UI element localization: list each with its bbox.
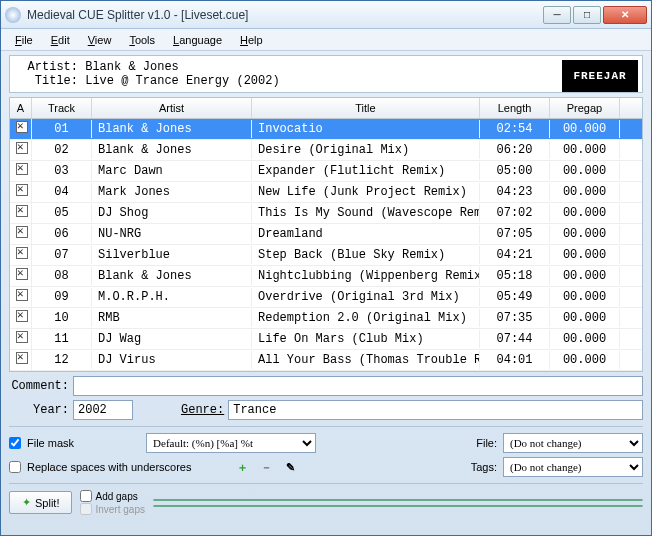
menu-file[interactable]: File [7, 32, 41, 48]
row-checkbox[interactable] [16, 310, 28, 322]
cell-pregap: 00.000 [550, 225, 620, 243]
menubar: File Edit View Tools Language Help [1, 29, 651, 51]
cell-length: 04:01 [480, 351, 550, 369]
table-row[interactable]: 04Mark JonesNew Life (Junk Project Remix… [10, 182, 642, 203]
row-checkbox[interactable] [16, 121, 28, 133]
row-checkbox[interactable] [16, 268, 28, 280]
comment-label: Comment: [9, 379, 69, 393]
row-checkbox[interactable] [16, 331, 28, 343]
menu-edit[interactable]: Edit [43, 32, 78, 48]
row-checkbox[interactable] [16, 142, 28, 154]
cell-artist: RMB [92, 309, 252, 327]
replace-spaces-label: Replace spaces with underscores [27, 461, 191, 473]
invert-gaps-label: Invert gaps [95, 504, 144, 515]
row-checkbox[interactable] [16, 184, 28, 196]
cell-track: 08 [32, 267, 92, 285]
progress-bar-1 [153, 499, 643, 501]
row-checkbox[interactable] [16, 205, 28, 217]
freejar-logo: FREEJAR [562, 60, 638, 92]
cell-length: 05:18 [480, 267, 550, 285]
cell-title: Overdrive (Original 3rd Mix) [252, 288, 480, 306]
remove-icon[interactable]: － [257, 458, 275, 476]
cell-artist: DJ Wag [92, 330, 252, 348]
cell-artist: M.O.R.P.H. [92, 288, 252, 306]
col-length[interactable]: Length [480, 98, 550, 118]
replace-spaces-checkbox[interactable] [9, 461, 21, 473]
cell-track: 05 [32, 204, 92, 222]
tags-select[interactable]: (Do not change) [503, 457, 643, 477]
table-row[interactable]: 05DJ ShogThis Is My Sound (Wavescope Rem… [10, 203, 642, 224]
table-row[interactable]: 09M.O.R.P.H.Overdrive (Original 3rd Mix)… [10, 287, 642, 308]
minimize-button[interactable]: ─ [543, 6, 571, 24]
table-row[interactable]: 03Marc DawnExpander (Flutlicht Remix)05:… [10, 161, 642, 182]
grid-body[interactable]: 01Blank & JonesInvocatio02:5400.00002Bla… [10, 119, 642, 371]
titlebar[interactable]: Medieval CUE Splitter v1.0 - [Liveset.cu… [1, 1, 651, 29]
cell-pregap: 00.000 [550, 267, 620, 285]
menu-language[interactable]: Language [165, 32, 230, 48]
cell-pregap: 00.000 [550, 246, 620, 264]
file-select[interactable]: (Do not change) [503, 433, 643, 453]
cell-track: 02 [32, 141, 92, 159]
cell-length: 07:44 [480, 330, 550, 348]
genre-label[interactable]: Genre: [181, 403, 224, 417]
cell-track: 06 [32, 225, 92, 243]
cell-track: 04 [32, 183, 92, 201]
menu-view[interactable]: View [80, 32, 120, 48]
cell-pregap: 00.000 [550, 120, 620, 138]
menu-help[interactable]: Help [232, 32, 271, 48]
cell-artist: Marc Dawn [92, 162, 252, 180]
table-row[interactable]: 10RMBRedemption 2.0 (Original Mix)07:350… [10, 308, 642, 329]
row-checkbox[interactable] [16, 247, 28, 259]
file-mask-checkbox[interactable] [9, 437, 21, 449]
edit-icon[interactable]: ✎ [281, 458, 299, 476]
cell-length: 05:00 [480, 162, 550, 180]
file-mask-preset[interactable]: Default: (%n) [%a] %t [146, 433, 316, 453]
table-row[interactable]: 02Blank & JonesDesire (Original Mix)06:2… [10, 140, 642, 161]
app-icon [5, 7, 21, 23]
maximize-button[interactable]: □ [573, 6, 601, 24]
add-icon[interactable]: ＋ [233, 458, 251, 476]
split-button[interactable]: ✦ Split! [9, 491, 72, 514]
tags-label: Tags: [471, 461, 497, 473]
col-artist[interactable]: Artist [92, 98, 252, 118]
year-input[interactable] [73, 400, 133, 420]
col-track[interactable]: Track [32, 98, 92, 118]
table-row[interactable]: 08Blank & JonesNightclubbing (Wippenberg… [10, 266, 642, 287]
cell-track: 10 [32, 309, 92, 327]
col-title[interactable]: Title [252, 98, 480, 118]
close-button[interactable]: ✕ [603, 6, 647, 24]
cell-pregap: 00.000 [550, 351, 620, 369]
cell-pregap: 00.000 [550, 204, 620, 222]
cue-header: Artist: Blank & Jones Title: Live @ Tran… [9, 55, 643, 93]
row-checkbox[interactable] [16, 289, 28, 301]
genre-input[interactable] [228, 400, 643, 420]
cell-track: 03 [32, 162, 92, 180]
cell-length: 04:21 [480, 246, 550, 264]
progress-bar-2 [153, 505, 643, 507]
cell-pregap: 00.000 [550, 183, 620, 201]
grid-header: A Track Artist Title Length Pregap [10, 98, 642, 119]
table-row[interactable]: 07SilverblueStep Back (Blue Sky Remix)04… [10, 245, 642, 266]
cell-title: Desire (Original Mix) [252, 141, 480, 159]
cell-pregap: 00.000 [550, 162, 620, 180]
table-row[interactable]: 11DJ WagLife On Mars (Club Mix)07:4400.0… [10, 329, 642, 350]
add-gaps-checkbox[interactable] [80, 490, 92, 502]
row-checkbox[interactable] [16, 226, 28, 238]
cell-length: 04:23 [480, 183, 550, 201]
table-row[interactable]: 06NU-NRGDreamland07:0500.000 [10, 224, 642, 245]
row-checkbox[interactable] [16, 352, 28, 364]
comment-input[interactable] [73, 376, 643, 396]
cell-pregap: 00.000 [550, 288, 620, 306]
file-label: File: [476, 437, 497, 449]
cell-length: 05:49 [480, 288, 550, 306]
table-row[interactable]: 12DJ VirusAll Your Bass (Thomas Trouble … [10, 350, 642, 371]
row-checkbox[interactable] [16, 163, 28, 175]
col-a[interactable]: A [10, 98, 32, 118]
menu-tools[interactable]: Tools [121, 32, 163, 48]
col-pregap[interactable]: Pregap [550, 98, 620, 118]
cell-title: Expander (Flutlicht Remix) [252, 162, 480, 180]
cell-title: New Life (Junk Project Remix) [252, 183, 480, 201]
table-row[interactable]: 01Blank & JonesInvocatio02:5400.000 [10, 119, 642, 140]
window-title: Medieval CUE Splitter v1.0 - [Liveset.cu… [27, 8, 543, 22]
file-mask-label: File mask [27, 437, 74, 449]
